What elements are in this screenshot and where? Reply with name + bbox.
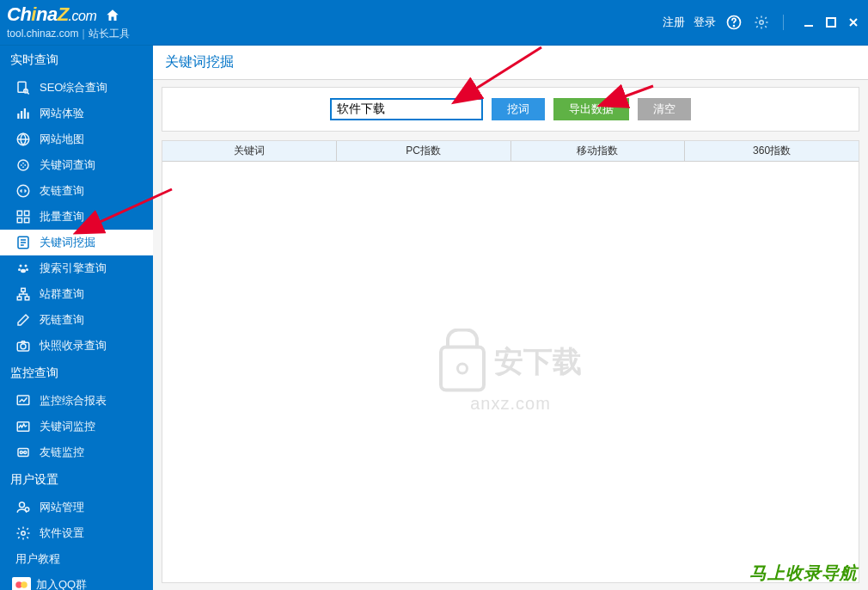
sidebar-section-monitor: 监控查询 [0, 359, 153, 388]
svg-point-36 [21, 532, 26, 536]
sidebar-item-dead[interactable]: 死链查询 [0, 307, 153, 333]
edit-icon [15, 312, 31, 328]
svg-rect-3 [804, 25, 813, 27]
linkmon-icon [15, 445, 31, 460]
th-pc[interactable]: PC指数 [337, 141, 511, 161]
sidebar-item-label: 监控综合报表 [40, 393, 107, 409]
results-table: 关键词 PC指数 移动指数 360指数 安下载 anxz.com [162, 140, 859, 583]
sitemap-icon [15, 286, 31, 302]
sidebar-item-label: 站群查询 [40, 286, 84, 302]
svg-rect-25 [17, 297, 21, 300]
sidebar-item-kwquery[interactable]: 关键词查询 [0, 152, 153, 178]
th-mobile[interactable]: 移动指数 [511, 141, 686, 161]
link-icon [15, 183, 31, 199]
svg-point-2 [760, 21, 764, 25]
minimize-button[interactable] [801, 15, 816, 30]
sidebar-item-friend[interactable]: 友链查询 [0, 178, 153, 204]
sidebar-item-label: 关键词监控 [40, 419, 95, 434]
globe-icon [15, 132, 31, 147]
sidebar-item-monreport[interactable]: 监控综合报表 [0, 388, 153, 414]
sidebar-item-label: 网站地图 [40, 132, 84, 147]
svg-point-13 [17, 185, 29, 197]
grid-icon [15, 209, 31, 224]
toolbar-panel: 挖词 导出数据 清空 [162, 87, 859, 132]
th-360[interactable]: 360指数 [685, 141, 859, 161]
sidebar-item-engine[interactable]: 搜索引擎查询 [0, 255, 153, 281]
svg-point-12 [18, 160, 28, 170]
sidebar-item-kwmon[interactable]: 关键词监控 [0, 414, 153, 439]
qq-icon [12, 577, 31, 590]
sidebar-section-realtime: 实时查询 [0, 46, 153, 75]
header-left: ChinaZ.com tool.chinaz.com|站长工具 [7, 3, 130, 41]
sidebar-item-label: 关键词挖掘 [40, 235, 95, 250]
mine-button[interactable]: 挖词 [492, 98, 545, 120]
help-icon[interactable] [724, 13, 743, 32]
svg-point-28 [21, 344, 26, 349]
settings-icon[interactable] [752, 13, 771, 32]
content-body: 挖词 导出数据 清空 关键词 PC指数 移动指数 360指数 安下载 [153, 80, 868, 590]
bottom-banner: 马上收录导航 [749, 562, 858, 585]
sidebar-item-linkmon[interactable]: 友链监控 [0, 439, 153, 465]
login-link[interactable]: 登录 [694, 15, 716, 30]
sidebar-item-exp[interactable]: 网站体验 [0, 101, 153, 126]
register-link[interactable]: 注册 [663, 15, 685, 30]
user-icon [15, 500, 31, 515]
clear-button[interactable]: 清空 [638, 98, 691, 120]
gear-icon [15, 525, 31, 541]
wave-icon [15, 419, 31, 434]
sidebar-item-kwmine[interactable]: 关键词挖掘 [0, 230, 153, 255]
svg-rect-16 [17, 218, 21, 223]
svg-rect-10 [28, 113, 29, 120]
sidebar-item-sitemap[interactable]: 网站地图 [0, 126, 153, 152]
sidebar-item-tutorial[interactable]: 用户教程 [0, 546, 153, 572]
sidebar-item-label: 友链查询 [40, 183, 84, 199]
sidebar-item-label: 搜索引擎查询 [40, 261, 107, 276]
svg-rect-15 [25, 211, 29, 215]
svg-point-21 [18, 268, 21, 271]
th-keyword[interactable]: 关键词 [162, 141, 337, 161]
header-subtitle: tool.chinaz.com|站长工具 [7, 27, 130, 41]
export-button[interactable]: 导出数据 [553, 98, 629, 120]
search-doc-icon [15, 80, 31, 95]
svg-point-35 [25, 507, 29, 512]
svg-rect-24 [21, 288, 26, 292]
svg-point-38 [21, 581, 28, 588]
svg-rect-8 [21, 111, 22, 119]
sidebar-item-label: 友链监控 [40, 445, 84, 460]
svg-point-1 [734, 26, 735, 27]
sidebar-item-label: 用户教程 [15, 551, 60, 567]
bars-icon [15, 106, 31, 121]
svg-rect-5 [18, 82, 26, 92]
home-icon[interactable] [105, 8, 120, 26]
sidebar-item-seo[interactable]: SEO综合查询 [0, 75, 153, 101]
sidebar-item-snapshot[interactable]: 快照收录查询 [0, 333, 153, 359]
camera-icon [15, 338, 31, 353]
document-icon [15, 235, 31, 250]
paw-icon [15, 261, 31, 276]
sidebar-item-batch[interactable]: 批量查询 [0, 204, 153, 230]
svg-point-20 [25, 265, 28, 267]
svg-rect-9 [24, 108, 26, 119]
sidebar-item-sitemgr[interactable]: 网站管理 [0, 495, 153, 520]
maximize-button[interactable] [823, 15, 839, 30]
keyword-input[interactable] [330, 98, 483, 120]
sidebar-item-label: 关键词查询 [40, 157, 95, 173]
svg-rect-7 [17, 114, 19, 119]
sidebar-item-label: 网站管理 [40, 500, 84, 515]
lock-icon [439, 345, 486, 391]
sidebar-item-label: 死链查询 [40, 312, 84, 328]
sidebar-item-qq[interactable]: 加入QQ群 [0, 572, 153, 590]
close-button[interactable] [846, 15, 861, 30]
table-header: 关键词 PC指数 移动指数 360指数 [162, 141, 859, 162]
svg-rect-26 [25, 297, 29, 300]
svg-point-33 [24, 452, 27, 454]
title-bar: ChinaZ.com tool.chinaz.com|站长工具 注册 登录 [0, 0, 868, 46]
svg-point-34 [20, 502, 25, 507]
svg-rect-17 [25, 218, 29, 223]
svg-point-32 [20, 452, 22, 454]
content-header: 关键词挖掘 [153, 46, 868, 80]
sidebar-item-label: 快照收录查询 [40, 338, 107, 353]
header-right: 注册 登录 [663, 13, 861, 32]
sidebar-item-sitegroup[interactable]: 站群查询 [0, 281, 153, 307]
sidebar-item-soft[interactable]: 软件设置 [0, 520, 153, 546]
